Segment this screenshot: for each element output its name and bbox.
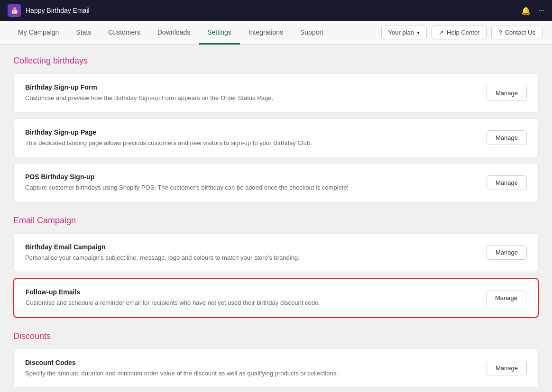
card-title: Birthday Sign-up Page (25, 128, 477, 136)
card-follow-up-emails: Follow-up Emails Customise and schedule … (13, 278, 539, 318)
manage-birthday-signup-form-button[interactable]: Manage (487, 86, 527, 100)
tab-downloads[interactable]: Downloads (149, 21, 199, 45)
email-campaign-cards: Birthday Email Campaign Personalise your… (13, 233, 539, 318)
question-icon: ? (498, 29, 502, 36)
nav-actions: Your plan ▾ ↗ Help Center ? Contact Us (381, 26, 543, 39)
tab-support[interactable]: Support (292, 21, 332, 45)
external-icon: ↗ (439, 29, 444, 36)
manage-birthday-email-campaign-button[interactable]: Manage (487, 245, 527, 260)
card-desc: Capture customer birthdays using Shopify… (25, 183, 477, 192)
card-desc: Customise and preview how the Birthday S… (25, 93, 477, 103)
card-content: Birthday Email Campaign Personalise your… (25, 243, 477, 263)
your-plan-button[interactable]: Your plan ▾ (381, 26, 427, 39)
tab-stats[interactable]: Stats (67, 21, 100, 45)
card-title: POS Birthday Sign-up (25, 173, 477, 181)
card-content: Birthday Sign-up Form Customise and prev… (25, 83, 477, 103)
card-content: Follow-up Emails Customise and schedule … (26, 288, 477, 308)
bell-icon[interactable]: 🔔 (521, 6, 531, 15)
top-bar-left: 🎂 Happy Birthday Email (8, 4, 90, 17)
main-content: Collecting birthdays Birthday Sign-up Fo… (0, 45, 552, 392)
card-title: Follow-up Emails (26, 288, 477, 296)
manage-follow-up-emails-button[interactable]: Manage (486, 291, 526, 305)
manage-birthday-signup-page-button[interactable]: Manage (487, 130, 527, 145)
card-content: POS Birthday Sign-up Capture customer bi… (25, 173, 477, 192)
top-bar: 🎂 Happy Birthday Email 🔔 ··· (0, 0, 552, 21)
card-title: Discount Codes (25, 359, 477, 366)
nav-tabs: My Campaign Stats Customers Downloads Se… (9, 21, 332, 44)
card-birthday-signup-page: Birthday Sign-up Page This dedicated lan… (13, 119, 539, 158)
manage-pos-birthday-signup-button[interactable]: Manage (487, 175, 527, 190)
top-bar-right: 🔔 ··· (521, 6, 544, 15)
tab-settings[interactable]: Settings (199, 21, 240, 45)
card-discount-codes: Discount Codes Specify the amount, durat… (13, 349, 539, 388)
card-birthday-signup-form: Birthday Sign-up Form Customise and prev… (13, 73, 539, 113)
card-pos-birthday-signup: POS Birthday Sign-up Capture customer bi… (13, 163, 539, 202)
discounts-heading: Discounts (13, 331, 539, 341)
card-content: Birthday Sign-up Page This dedicated lan… (25, 128, 477, 148)
card-birthday-email-campaign: Birthday Email Campaign Personalise your… (13, 233, 539, 273)
section-email-campaign: Email Campaign Birthday Email Campaign P… (13, 216, 539, 318)
help-center-button[interactable]: ↗ Help Center (432, 26, 487, 39)
card-title: Birthday Sign-up Form (25, 83, 477, 91)
card-desc: Specify the amount, duration and minimum… (25, 369, 477, 378)
email-campaign-heading: Email Campaign (13, 216, 539, 226)
tab-integrations[interactable]: Integrations (240, 21, 292, 45)
discounts-cards: Discount Codes Specify the amount, durat… (13, 349, 539, 388)
manage-discount-codes-button[interactable]: Manage (487, 361, 527, 375)
section-discounts: Discounts Discount Codes Specify the amo… (13, 331, 539, 388)
dropdown-icon: ▾ (417, 29, 420, 36)
help-center-label: Help Center (447, 29, 479, 36)
section-collecting-birthdays: Collecting birthdays Birthday Sign-up Fo… (13, 56, 539, 202)
more-icon[interactable]: ··· (538, 6, 544, 15)
nav-bar: My Campaign Stats Customers Downloads Se… (0, 21, 552, 45)
card-desc: Personalise your campaign's subject line… (25, 253, 477, 263)
card-desc: This dedicated landing page allows previ… (25, 138, 477, 148)
contact-us-label: Contact Us (505, 29, 535, 36)
your-plan-label: Your plan (388, 29, 414, 36)
collecting-birthdays-heading: Collecting birthdays (13, 56, 539, 66)
card-title: Birthday Email Campaign (25, 243, 477, 251)
app-title: Happy Birthday Email (26, 7, 90, 14)
card-content: Discount Codes Specify the amount, durat… (25, 359, 477, 378)
card-desc: Customise and schedule a reminder email … (26, 298, 477, 308)
tab-my-campaign[interactable]: My Campaign (9, 21, 67, 45)
collecting-birthdays-cards: Birthday Sign-up Form Customise and prev… (13, 73, 539, 202)
app-icon: 🎂 (8, 4, 21, 17)
contact-us-button[interactable]: ? Contact Us (491, 26, 543, 39)
tab-customers[interactable]: Customers (100, 21, 149, 45)
